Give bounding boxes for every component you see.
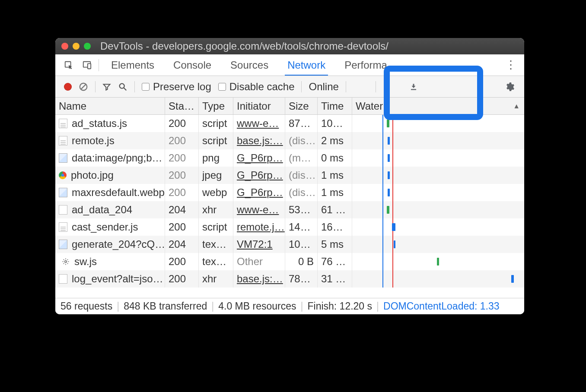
cell-type: webp (199, 184, 233, 201)
cell-initiator: Other (233, 253, 285, 270)
preserve-log-checkbox[interactable]: Preserve log (142, 81, 211, 93)
initiator-link[interactable]: remote.j… (237, 221, 285, 233)
summary-requests: 56 requests (61, 300, 112, 312)
cell-size: 10… (285, 236, 318, 253)
disable-cache-checkbox[interactable]: Disable cache (218, 81, 295, 93)
table-row[interactable]: ad_status.js200scriptwww-e…87…10… (55, 115, 524, 132)
cell-time: 2 ms (318, 132, 352, 149)
download-icon[interactable] (406, 83, 421, 91)
more-menu-icon[interactable]: ⋮ (502, 54, 520, 76)
request-name: data:image/png;b… (72, 152, 162, 164)
script-file-icon (59, 222, 67, 232)
cell-type: script (199, 115, 233, 132)
devtools-tabs: Elements Console Sources Network Perform… (55, 54, 524, 76)
initiator-link[interactable]: G_P6rp… (237, 152, 283, 164)
close-window-button[interactable] (61, 43, 68, 50)
cell-initiator: VM72:1 (233, 236, 285, 253)
cell-type: png (199, 149, 233, 167)
upload-icon[interactable] (379, 83, 394, 91)
cell-time: 16… (318, 218, 352, 236)
cell-type: tex… (199, 253, 233, 270)
tab-network[interactable]: Network (278, 54, 335, 76)
cell-type: xhr (199, 201, 233, 218)
initiator-link[interactable]: base.js:… (237, 273, 283, 285)
svg-rect-2 (88, 63, 91, 69)
request-name: cast_sender.js (72, 221, 138, 233)
cell-time: 5 ms (318, 236, 352, 253)
tab-elements[interactable]: Elements (102, 54, 164, 76)
network-status-dropdown[interactable]: Online (309, 81, 338, 93)
waterfall-bar (388, 171, 390, 179)
cell-waterfall (352, 270, 524, 288)
sort-indicator-icon: ▲ (513, 102, 520, 110)
window-controls (61, 43, 91, 50)
svg-rect-7 (384, 89, 389, 90)
cell-status: 200 (165, 132, 199, 149)
cell-waterfall (352, 236, 524, 253)
cell-status: 200 (165, 149, 199, 167)
col-header-name[interactable]: Name (55, 98, 165, 114)
cell-type: script (199, 218, 233, 236)
initiator-link[interactable]: G_P6rp… (237, 187, 283, 199)
tab-performance[interactable]: Performa (335, 54, 397, 76)
col-header-waterfall[interactable]: Water ▲ (352, 98, 524, 114)
minimize-window-button[interactable] (73, 43, 80, 50)
maximize-window-button[interactable] (84, 43, 91, 50)
checkbox-icon (218, 83, 226, 91)
col-header-size[interactable]: Size (285, 98, 318, 114)
cell-time: 1 ms (318, 167, 352, 184)
cell-size: 87… (285, 115, 318, 132)
record-button[interactable] (61, 83, 75, 91)
summary-finish: Finish: 12.20 s (307, 300, 372, 312)
clear-icon[interactable] (75, 82, 92, 92)
initiator-link[interactable]: G_P6rp… (237, 169, 283, 181)
cell-status: 200 (165, 184, 199, 201)
inspect-element-icon[interactable] (60, 54, 78, 76)
settings-gear-icon[interactable] (501, 82, 518, 92)
tab-console[interactable]: Console (164, 54, 221, 76)
col-header-type[interactable]: Type (199, 98, 233, 114)
cell-size: (dis… (285, 167, 318, 184)
cell-waterfall (352, 149, 524, 167)
col-header-initiator[interactable]: Initiator (233, 98, 285, 114)
cell-size: 53… (285, 201, 318, 218)
request-name: ad_data_204 (72, 204, 132, 216)
request-name: sw.js (74, 256, 97, 268)
table-row[interactable]: ad_data_204204xhrwww-e…53…61 … (55, 201, 524, 218)
cell-waterfall (352, 218, 524, 236)
col-header-time[interactable]: Time (318, 98, 352, 114)
table-row[interactable]: generate_204?cQ…204tex…VM72:110…5 ms (55, 236, 524, 253)
table-row[interactable]: log_event?alt=jso…200xhrbase.js:…78…31 … (55, 270, 524, 288)
cell-name: photo.jpg (55, 167, 165, 184)
table-row[interactable]: photo.jpg200jpegG_P6rp…(dis…1 ms (55, 167, 524, 184)
cell-size: 14… (285, 218, 318, 236)
table-row[interactable]: cast_sender.js200scriptremote.j…14…16… (55, 218, 524, 236)
waterfall-bar (387, 206, 389, 214)
summary-dcl: DOMContentLoaded: 1.33 (383, 300, 500, 312)
initiator-link[interactable]: base.js:… (237, 135, 283, 147)
waterfall-bar (388, 189, 390, 196)
waterfall-bar (392, 223, 395, 231)
filter-icon[interactable] (99, 82, 115, 91)
cell-waterfall (352, 167, 524, 184)
svg-line-6 (124, 88, 127, 90)
initiator-link[interactable]: www-e… (237, 117, 279, 130)
request-name: remote.js (72, 135, 115, 147)
device-toolbar-icon[interactable] (78, 54, 96, 76)
initiator-link[interactable]: VM72:1 (237, 238, 273, 250)
script-file-icon (59, 119, 67, 128)
tab-sources[interactable]: Sources (221, 54, 278, 76)
chrome-icon (59, 171, 67, 179)
preserve-log-label: Preserve log (153, 81, 211, 93)
table-row[interactable]: sw.js200tex…Other0 B76 … (55, 253, 524, 270)
col-header-status[interactable]: Sta… (165, 98, 199, 114)
cell-size: 78… (285, 270, 318, 288)
initiator-link[interactable]: www-e… (237, 204, 279, 216)
search-icon[interactable] (115, 82, 131, 92)
cell-type: script (199, 132, 233, 149)
table-row[interactable]: data:image/png;b…200pngG_P6rp…(m…0 ms (55, 149, 524, 167)
cell-status: 200 (165, 270, 199, 288)
waterfall-bar (394, 240, 395, 248)
table-row[interactable]: remote.js200scriptbase.js:…(dis…2 ms (55, 132, 524, 149)
table-row[interactable]: maxresdefault.webp200webpG_P6rp…(dis…1 m… (55, 184, 524, 201)
